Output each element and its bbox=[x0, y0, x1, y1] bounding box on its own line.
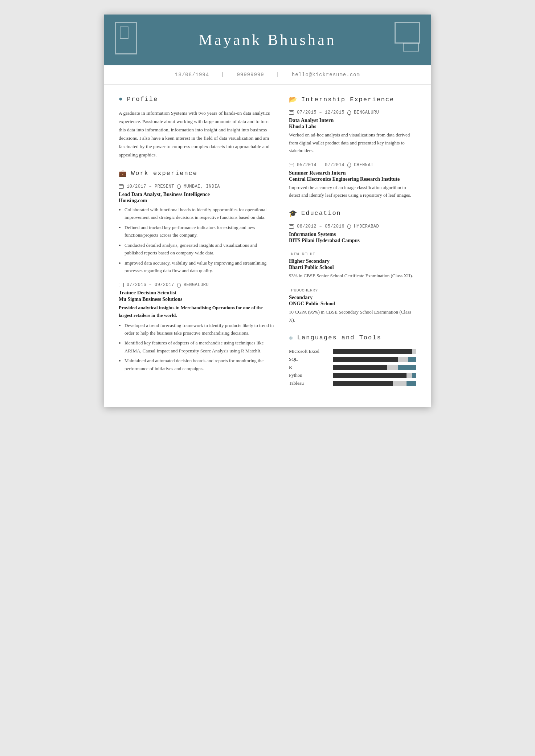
education-entry-1-org: BITS Pilani Hyderabad Campus bbox=[289, 238, 416, 244]
skill-row-sql: SQL bbox=[289, 356, 416, 362]
skill-row-r: R bbox=[289, 364, 416, 370]
education-icon: 🎓 bbox=[289, 209, 298, 217]
contact-phone: 99999999 bbox=[237, 72, 264, 78]
work-title-text: Work experience bbox=[131, 170, 197, 177]
location-icon-i2 bbox=[347, 163, 351, 167]
education-entry-1-dates: 08/2012 – 05/2016 bbox=[297, 224, 344, 229]
work-section: 💼 Work experience 10/2017 – PRESENT MUMB… bbox=[119, 169, 274, 373]
skill-accent-tableau bbox=[407, 381, 416, 386]
education-entry-3: PUDUCHERRY Secondary ONGC Public School … bbox=[289, 288, 416, 324]
education-title-text: Education bbox=[301, 210, 341, 217]
internship-title-text: Internship Experience bbox=[301, 96, 394, 103]
skill-name-excel: Microsoft Excel bbox=[289, 348, 329, 354]
separator-2: | bbox=[276, 72, 279, 78]
internship-icon: 📂 bbox=[289, 95, 298, 103]
profile-text: A graduate in Information Systems with t… bbox=[119, 109, 274, 159]
education-entry-1-title: Information Systems bbox=[289, 230, 416, 238]
internship-entry-2-dates: 05/2014 – 07/2014 bbox=[297, 163, 344, 168]
education-entry-1-location: HYDERABAD bbox=[354, 224, 379, 229]
skill-bar-tableau bbox=[333, 381, 416, 386]
work-entry-1-meta: 10/2017 – PRESENT MUMBAI, INDIA bbox=[119, 184, 274, 189]
skill-bar-sql bbox=[333, 357, 416, 362]
internship-entry-2: 05/2014 – 07/2014 CHENNAI Summer Researc… bbox=[289, 163, 416, 199]
skill-accent-sql bbox=[408, 357, 416, 362]
profile-section-title: ● Profile bbox=[119, 95, 274, 104]
education-entry-3-location: PUDUCHERRY bbox=[291, 288, 318, 293]
location-icon-2 bbox=[177, 283, 181, 287]
education-entry-2-location: NEW DELHI bbox=[291, 252, 315, 256]
bullet-item: Conducted detailed analysis, generated i… bbox=[124, 241, 274, 257]
work-entry-2-org: Mu Sigma Business Solutions bbox=[119, 297, 274, 302]
left-column: ● Profile A graduate in Information Syst… bbox=[119, 95, 274, 396]
profile-icon: ● bbox=[119, 95, 123, 103]
internship-entry-1-org: Khosla Labs bbox=[289, 124, 416, 130]
profile-section: ● Profile A graduate in Information Syst… bbox=[119, 95, 274, 159]
education-entry-2-title: Higher Secondary bbox=[289, 257, 416, 265]
resume-body: ● Profile A graduate in Information Syst… bbox=[104, 85, 431, 407]
bullet-item: Defined and tracked key performance indi… bbox=[124, 224, 274, 239]
skill-row-python: Python bbox=[289, 372, 416, 378]
education-entry-3-desc: 10 CGPA (95%) in CBSE Secondary School E… bbox=[289, 308, 416, 324]
location-icon-i1 bbox=[347, 110, 351, 115]
work-section-title: 💼 Work experience bbox=[119, 169, 274, 179]
internship-entry-1-meta: 07/2015 – 12/2015 BENGALURU bbox=[289, 110, 416, 115]
work-icon: 💼 bbox=[119, 169, 127, 177]
skill-bar-excel bbox=[333, 349, 416, 354]
work-entry-2-desc-bold: Provided analytical insights in Merchand… bbox=[119, 304, 274, 319]
header-decoration-right bbox=[395, 22, 420, 44]
education-entry-3-title: Secondary bbox=[289, 294, 416, 301]
resume-document: Mayank Bhushan 18/08/1994 | 99999999 | h… bbox=[104, 15, 431, 407]
skill-fill-r bbox=[333, 365, 387, 370]
skill-accent-r bbox=[398, 365, 416, 370]
skills-title-text: Languages and Tools bbox=[297, 334, 381, 341]
education-entry-3-meta: PUDUCHERRY bbox=[289, 288, 416, 293]
internship-section: 📂 Internship Experience 07/2015 – 12/201… bbox=[289, 95, 416, 199]
education-entry-1: 08/2012 – 05/2016 HYDERABAD Information … bbox=[289, 224, 416, 244]
skill-fill-excel bbox=[333, 349, 412, 354]
contact-dob: 18/08/1994 bbox=[175, 72, 209, 78]
bullet-item: Collaborated with functional heads to id… bbox=[124, 206, 274, 221]
skills-icon: ⚛ bbox=[289, 334, 294, 342]
internship-entry-2-org: Central Electronics Engineering Research… bbox=[289, 176, 416, 182]
education-entry-2-desc: 93% in CBSE Senior School Certificate Ex… bbox=[289, 272, 416, 279]
work-entry-1-title: Lead Data Analyst, Business Intelligence bbox=[119, 191, 274, 198]
work-entry-1: 10/2017 – PRESENT MUMBAI, INDIA Lead Dat… bbox=[119, 184, 274, 275]
contact-email: hello@kickresume.com bbox=[292, 72, 360, 78]
work-entry-2-location: BENGALURU bbox=[184, 282, 209, 287]
calendar-icon-e1 bbox=[289, 224, 294, 229]
calendar-icon-i2 bbox=[289, 163, 294, 167]
separator-1: | bbox=[221, 72, 225, 78]
work-entry-1-location: MUMBAI, INDIA bbox=[184, 184, 220, 189]
skill-fill-tableau bbox=[333, 381, 393, 386]
bullet-item: Improved data accuracy, viability and va… bbox=[124, 259, 274, 275]
education-entry-1-meta: 08/2012 – 05/2016 HYDERABAD bbox=[289, 224, 416, 229]
education-entry-2-meta: NEW DELHI bbox=[289, 252, 416, 256]
profile-title-text: Profile bbox=[127, 96, 158, 103]
skill-bar-r bbox=[333, 365, 416, 370]
education-entry-2-org: Bharti Public School bbox=[289, 265, 416, 270]
internship-entry-2-meta: 05/2014 – 07/2014 CHENNAI bbox=[289, 163, 416, 168]
bullet-item: Developed a trend forecasting framework … bbox=[124, 322, 274, 337]
internship-entry-1-title: Data Analyst Intern bbox=[289, 117, 416, 124]
education-section: 🎓 Education 08/2012 – 05/2016 HYDERABAD … bbox=[289, 209, 416, 324]
internship-section-title: 📂 Internship Experience bbox=[289, 95, 416, 105]
header-decoration-left bbox=[115, 22, 137, 54]
skills-section: ⚛ Languages and Tools Microsoft Excel SQ… bbox=[289, 334, 416, 386]
skill-name-sql: SQL bbox=[289, 356, 329, 362]
skill-bar-python bbox=[333, 373, 416, 378]
skill-name-r: R bbox=[289, 364, 329, 370]
skill-name-python: Python bbox=[289, 372, 329, 378]
work-entry-2-bullets: Developed a trend forecasting framework … bbox=[119, 322, 274, 373]
location-icon-1 bbox=[177, 184, 181, 189]
contact-bar: 18/08/1994 | 99999999 | hello@kickresume… bbox=[104, 65, 431, 85]
work-entry-2-dates: 07/2016 – 09/2017 bbox=[127, 282, 174, 287]
resume-header: Mayank Bhushan bbox=[104, 15, 431, 65]
calendar-icon-2 bbox=[119, 283, 124, 287]
internship-entry-1-dates: 07/2015 – 12/2015 bbox=[297, 110, 344, 115]
skill-row-excel: Microsoft Excel bbox=[289, 348, 416, 354]
skill-row-tableau: Tableau bbox=[289, 380, 416, 386]
skill-accent-python bbox=[412, 373, 416, 378]
education-entry-2: NEW DELHI Higher Secondary Bharti Public… bbox=[289, 252, 416, 280]
location-icon-e1 bbox=[347, 224, 351, 229]
education-entry-3-org: ONGC Public School bbox=[289, 301, 416, 307]
